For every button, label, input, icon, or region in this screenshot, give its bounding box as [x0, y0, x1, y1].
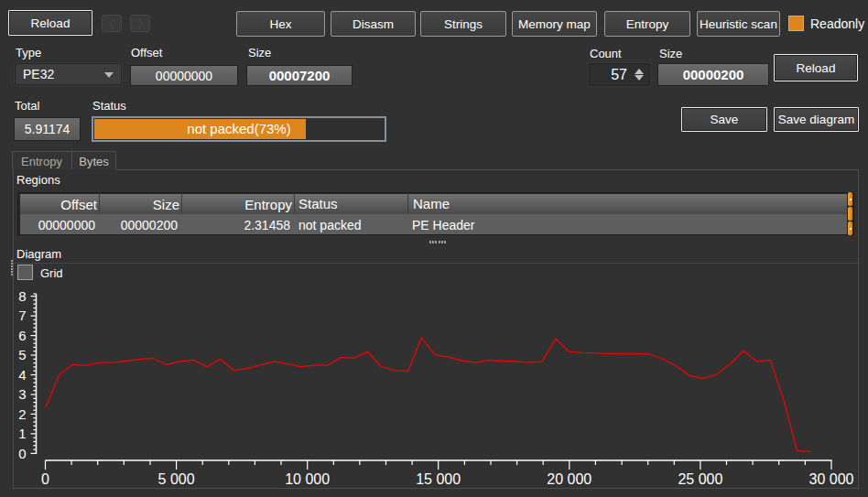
svg-text:0: 0: [18, 446, 26, 461]
svg-text:6: 6: [18, 328, 26, 343]
svg-text:5: 5: [18, 347, 26, 362]
svg-text:8: 8: [18, 288, 26, 304]
svg-text:7: 7: [18, 308, 26, 323]
svg-text:3: 3: [18, 386, 26, 402]
svg-text:30 000: 30 000: [809, 471, 854, 487]
svg-text:1: 1: [18, 426, 26, 441]
svg-text:2: 2: [18, 406, 26, 422]
svg-text:0: 0: [41, 471, 49, 487]
svg-text:20 000: 20 000: [547, 471, 591, 487]
svg-text:4: 4: [18, 367, 26, 383]
svg-text:15 000: 15 000: [416, 471, 461, 487]
svg-text:10 000: 10 000: [285, 471, 330, 487]
svg-text:5 000: 5 000: [158, 471, 195, 487]
svg-text:25 000: 25 000: [678, 471, 722, 487]
